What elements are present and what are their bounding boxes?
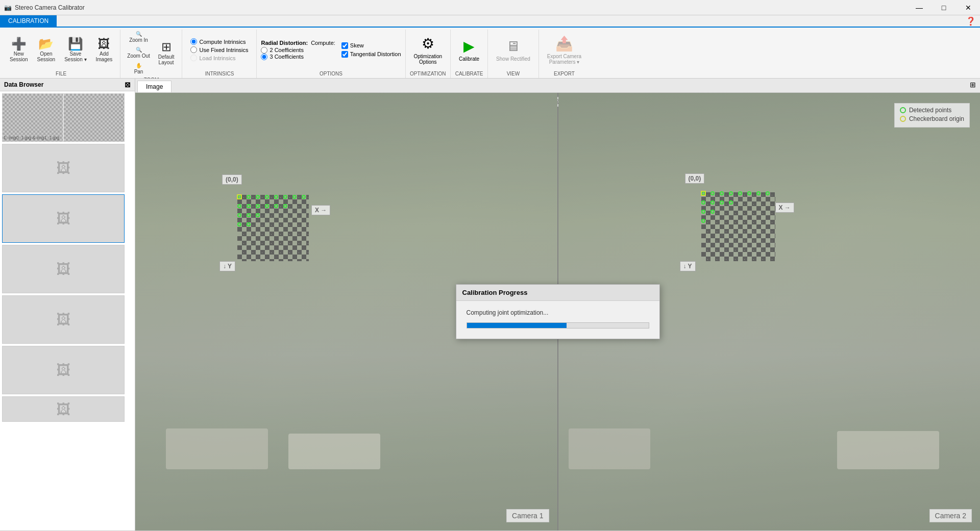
calibrate-label: Calibrate: [459, 56, 479, 62]
pan-label: Pan: [134, 69, 143, 74]
compute-coeff-label: Compute:: [311, 40, 335, 46]
zoom-in-label: Zoom In: [129, 37, 148, 43]
tab-image[interactable]: Image: [137, 81, 172, 92]
coeff-2-row: 2 Coefficients: [261, 47, 335, 54]
new-session-label: NewSession: [10, 51, 28, 62]
export-params-button[interactable]: 📤 Export CameraParameters ▾: [543, 33, 585, 67]
list-item[interactable]: 🖼: [2, 346, 125, 394]
ribbon-group-options: Radial Distortion: Compute: 2 Coefficien…: [257, 30, 405, 78]
progress-bar-fill: [467, 323, 567, 328]
close-button[interactable]: ✕: [957, 0, 980, 15]
add-images-icon: 🖼: [98, 38, 110, 50]
dialog-title: Calibration Progress: [456, 285, 659, 301]
radial-block: Radial Distortion: Compute: 2 Coefficien…: [261, 40, 335, 60]
default-layout-label: DefaultLayout: [158, 54, 175, 65]
file-buttons: ➕ NewSession 📂 OpenSession 💾 SaveSession…: [6, 30, 116, 70]
zoom-in-button[interactable]: 🔍 Zoom In: [125, 30, 152, 44]
ribbon-group-zoom: 🔍 Zoom In 🔍 Zoom Out ✋ Pan ⊞ DefaultLayo…: [120, 30, 182, 78]
placeholder-3: 🖼: [3, 195, 124, 242]
placeholder-icon-2: 🖼: [56, 160, 70, 176]
compute-intrinsics-label: Compute Intrinsics: [199, 39, 246, 45]
calibrate-icon: ▶: [463, 38, 475, 55]
sidebar-header: Data Browser ⊠: [0, 79, 135, 91]
list-item[interactable]: 🖼: [2, 245, 125, 293]
help-icon[interactable]: ❓: [966, 16, 976, 26]
show-rectified-label: Show Rectified: [496, 56, 530, 62]
sidebar: Data Browser ⊠ 1: img0_1.jpg & img1_1.jp…: [0, 79, 135, 530]
new-session-button[interactable]: ➕ NewSession: [6, 35, 32, 65]
compute-intrinsics-radio[interactable]: [190, 38, 197, 45]
image-right-1: [64, 94, 124, 141]
tangential-checkbox[interactable]: [341, 51, 348, 58]
new-session-icon: ➕: [11, 38, 27, 50]
radial-header: Radial Distortion: Compute:: [261, 40, 335, 46]
tangential-label: Tangential Distortion: [350, 51, 401, 57]
use-fixed-intrinsics-row: Use Fixed Intrinsics: [190, 46, 248, 53]
file-group-label: FILE: [56, 70, 66, 78]
dialog-body: Computing joint optimization...: [456, 301, 659, 339]
window-controls: — □ ✕: [908, 0, 980, 15]
image-pair-1: [3, 94, 124, 141]
coeff-2-radio[interactable]: [261, 47, 267, 54]
list-item[interactable]: 1: img0_1.jpg & img1_1.jpg: [2, 93, 125, 142]
image-view: img0_11.jpg & img1_11.jpg: [135, 93, 980, 530]
intrinsics-options: Compute Intrinsics Use Fixed Intrinsics …: [186, 36, 252, 63]
restore-button[interactable]: □: [932, 0, 955, 15]
main-layout: Data Browser ⊠ 1: img0_1.jpg & img1_1.jp…: [0, 79, 980, 530]
content-settings-icon[interactable]: ⊞: [970, 81, 976, 89]
radial-distortion-label: Radial Distortion:: [261, 40, 308, 46]
content-area: Image ⊞ img0_11.jpg & img1_11.jpg: [135, 79, 980, 530]
add-images-button[interactable]: 🖼 AddImages: [92, 35, 116, 65]
tab-calibration[interactable]: CALIBRATION: [0, 15, 57, 27]
list-item[interactable]: 🖼: [2, 194, 125, 243]
export-content: 📤 Export CameraParameters ▾: [543, 30, 585, 70]
show-rectified-button[interactable]: 🖥 Show Rectified: [492, 36, 534, 64]
coeff-3-radio[interactable]: [261, 54, 267, 60]
save-session-label: SaveSession ▾: [64, 51, 86, 62]
open-session-label: OpenSession: [37, 51, 56, 62]
load-intrinsics-radio[interactable]: [190, 55, 197, 61]
export-icon: 📤: [555, 35, 573, 52]
minimize-button[interactable]: —: [908, 0, 931, 15]
sidebar-settings-icon[interactable]: ⊠: [125, 81, 131, 89]
dialog-message: Computing joint optimization...: [467, 309, 649, 316]
intrinsics-content: Compute Intrinsics Use Fixed Intrinsics …: [186, 30, 252, 70]
load-intrinsics-row: Load Intrinsics: [190, 55, 248, 61]
view-group-label: VIEW: [507, 70, 520, 78]
options-content: Radial Distortion: Compute: 2 Coefficien…: [261, 30, 401, 70]
list-item[interactable]: 🖼: [2, 295, 125, 344]
calibration-progress-dialog: Calibration Progress Computing joint opt…: [456, 284, 660, 339]
open-session-button[interactable]: 📂 OpenSession: [34, 35, 59, 65]
optimization-options-button[interactable]: ⚙ OptimizationOptions: [410, 33, 447, 67]
list-item[interactable]: 🖼: [2, 396, 125, 422]
compute-intrinsics-row: Compute Intrinsics: [190, 38, 248, 45]
placeholder-icon-6: 🖼: [56, 362, 70, 378]
load-intrinsics-label: Load Intrinsics: [199, 55, 235, 61]
zoom-stack: 🔍 Zoom In 🔍 Zoom Out ✋ Pan: [125, 30, 152, 76]
ribbon-group-intrinsics: Compute Intrinsics Use Fixed Intrinsics …: [182, 30, 257, 78]
placeholder-icon-7: 🖼: [56, 401, 70, 418]
skew-row: Skew: [341, 42, 401, 49]
title-bar: 📷 Stereo Camera Calibrator — □ ✕: [0, 0, 980, 15]
skew-checkbox[interactable]: [341, 42, 348, 49]
calibrate-content: ▶ Calibrate: [455, 30, 483, 70]
placeholder-5: 🖼: [3, 296, 124, 343]
zoom-out-button[interactable]: 🔍 Zoom Out: [125, 45, 152, 60]
show-rectified-icon: 🖥: [506, 38, 520, 55]
view-content: 🖥 Show Rectified: [492, 30, 534, 70]
calibrate-button[interactable]: ▶ Calibrate: [455, 36, 483, 64]
placeholder-4: 🖼: [3, 245, 124, 293]
placeholder-icon-3: 🖼: [56, 210, 70, 227]
use-fixed-intrinsics-label: Use Fixed Intrinsics: [199, 47, 248, 53]
pan-button[interactable]: ✋ Pan: [125, 61, 152, 76]
open-session-icon: 📂: [38, 38, 54, 50]
optimization-label: OptimizationOptions: [414, 54, 443, 65]
default-layout-button[interactable]: ⊞ DefaultLayout: [155, 38, 178, 68]
options-group-label: OPTIONS: [320, 70, 342, 78]
intrinsics-group-label: INTRINSICS: [205, 70, 234, 78]
sidebar-content[interactable]: 1: img0_1.jpg & img1_1.jpg 🖼 🖼 🖼: [0, 91, 135, 530]
save-session-button[interactable]: 💾 SaveSession ▾: [61, 35, 90, 65]
use-fixed-intrinsics-radio[interactable]: [190, 46, 197, 53]
list-item[interactable]: 🖼: [2, 144, 125, 192]
coeff-3-row: 3 Coefficients: [261, 54, 335, 60]
